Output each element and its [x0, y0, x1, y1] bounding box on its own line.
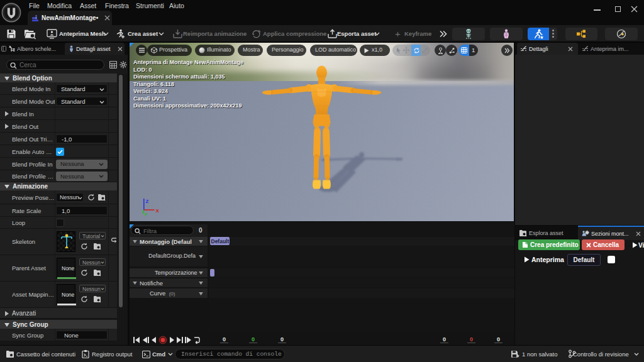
svg-text:X: X	[156, 208, 160, 214]
svg-text:Z: Z	[146, 199, 149, 204]
svg-text:Y: Y	[144, 212, 148, 217]
